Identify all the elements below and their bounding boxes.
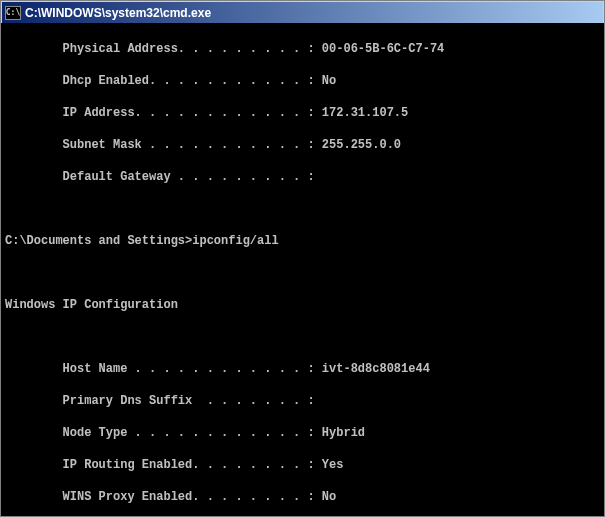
dhcp-label: Dhcp Enabled. . . . . . . . . . . : xyxy=(5,74,322,88)
title-text: C:\WINDOWS\system32\cmd.exe xyxy=(25,6,211,20)
dns-suffix-label: Primary Dns Suffix . . . . . . . : xyxy=(5,394,315,408)
node-type-value: Hybrid xyxy=(322,426,365,440)
prompt: C:\Documents and Settings> xyxy=(5,234,192,248)
mask-label: Subnet Mask . . . . . . . . . . . : xyxy=(5,138,322,152)
titlebar[interactable]: C:\ C:\WINDOWS\system32\cmd.exe xyxy=(1,1,604,23)
cmd-window: C:\ C:\WINDOWS\system32\cmd.exe Physical… xyxy=(0,0,605,517)
console-output[interactable]: Physical Address. . . . . . . . . : 00-0… xyxy=(1,23,604,516)
command-input[interactable]: ipconfig/all xyxy=(192,234,278,248)
ip-label: IP Address. . . . . . . . . . . . : xyxy=(5,106,322,120)
dhcp-value: No xyxy=(322,74,336,88)
phys-addr-value: 00-06-5B-6C-C7-74 xyxy=(322,42,444,56)
cmd-icon: C:\ xyxy=(5,6,21,20)
ip-value: 172.31.107.5 xyxy=(322,106,408,120)
node-type-label: Node Type . . . . . . . . . . . . : xyxy=(5,426,322,440)
routing-label: IP Routing Enabled. . . . . . . . : xyxy=(5,458,322,472)
hostname-value: ivt-8d8c8081e44 xyxy=(322,362,430,376)
phys-addr-label: Physical Address. . . . . . . . . : xyxy=(5,42,322,56)
ipconfig-header: Windows IP Configuration xyxy=(5,298,178,312)
mask-value: 255.255.0.0 xyxy=(322,138,401,152)
wins-label: WINS Proxy Enabled. . . . . . . . : xyxy=(5,490,322,504)
gateway-label: Default Gateway . . . . . . . . . : xyxy=(5,170,315,184)
routing-value: Yes xyxy=(322,458,344,472)
hostname-label: Host Name . . . . . . . . . . . . : xyxy=(5,362,322,376)
wins-value: No xyxy=(322,490,336,504)
